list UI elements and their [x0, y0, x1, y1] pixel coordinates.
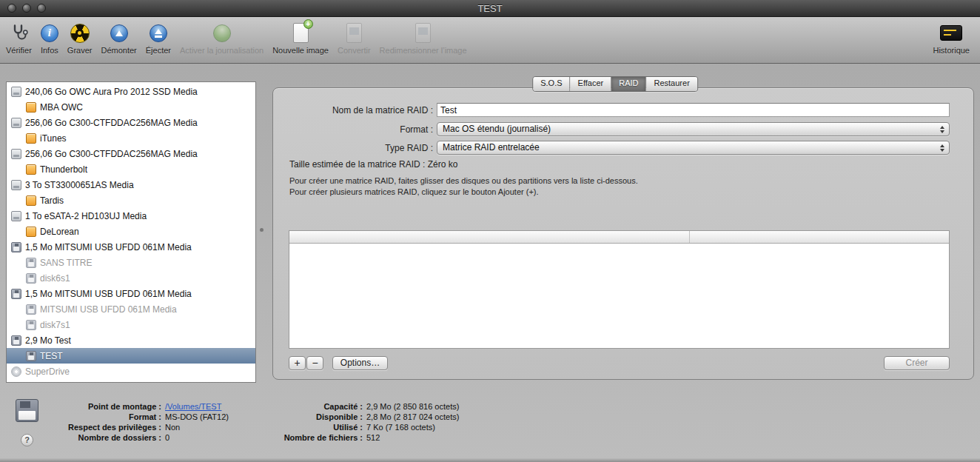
close-button[interactable]: [7, 4, 16, 13]
sidebar-item-label: DeLorean: [40, 227, 79, 237]
sidebar-item-label: 1,5 Mo MITSUMI USB UFDD 061M Media: [25, 242, 192, 252]
raid-list-header: [289, 231, 949, 244]
tab-sos[interactable]: S.O.S: [533, 77, 570, 91]
internal-disk-icon: [11, 87, 21, 97]
zoom-button[interactable]: [37, 4, 46, 13]
sidebar-item-floppy-disk[interactable]: 1,5 Mo MITSUMI USB UFDD 061M Media: [7, 286, 255, 301]
raid-name-input[interactable]: [437, 103, 950, 117]
journaling-icon: [213, 24, 231, 42]
toolbar-label: Graver: [67, 46, 93, 55]
sidebar-item-test-selected[interactable]: TEST: [7, 348, 255, 364]
raid-name-label: Nom de la matrice RAID :: [273, 104, 433, 117]
sidebar-item-label: 240,06 Go OWC Aura Pro 2012 SSD Media: [25, 87, 198, 97]
info-value: 0: [165, 432, 229, 443]
info-label: Point de montage :: [0, 401, 161, 412]
volume-info-right: Capacité : 2,9 Mo (2 850 816 octets) Dis…: [259, 401, 459, 443]
toolbar-label: Redimensionner l’image: [380, 46, 467, 55]
options-button[interactable]: Options…: [332, 356, 388, 370]
raid-type-popup[interactable]: Matrice RAID entrelacée: [437, 141, 950, 155]
floppy-icon: [11, 335, 21, 346]
sidebar-item-floppy-disk[interactable]: 2,9 Mo Test: [7, 332, 255, 348]
toolbar-burn-button[interactable]: Graver: [67, 21, 93, 55]
internal-disk-icon: [11, 211, 21, 221]
volume-icon: [26, 102, 36, 113]
titlebar[interactable]: TEST: [0, 0, 980, 17]
volume-info-left: Point de montage : /Volumes/TEST Format …: [0, 401, 229, 443]
toolbar-info-button[interactable]: Infos: [41, 21, 58, 55]
sidebar-item-superdrive[interactable]: SuperDrive: [7, 364, 255, 379]
toolbar-label: Nouvelle image: [272, 46, 329, 55]
toolbar-log-button[interactable]: Historique: [933, 21, 970, 55]
toolbar-label: Activer la journalisation: [180, 46, 264, 55]
sidebar-item-label: iTunes: [40, 133, 67, 144]
resize-image-icon: [415, 23, 431, 43]
create-button[interactable]: Créer: [884, 356, 950, 370]
sidebar-item-label: 2,9 Mo Test: [25, 335, 71, 346]
sidebar-item-volume[interactable]: disk6s1: [7, 270, 255, 286]
sidebar-item-label: SANS TITRE: [40, 258, 92, 268]
sidebar-item-label: MITSUMI USB UFDD 061M Media: [40, 304, 177, 315]
info-label: Disponible :: [259, 412, 363, 422]
sidebar-item-label: 256,06 Go C300-CTFDDAC256MAG Media: [25, 118, 198, 128]
sidebar-item-disk[interactable]: 256,06 Go C300-CTFDDAC256MAG Media: [7, 115, 255, 130]
sidebar-item-volume[interactable]: SANS TITRE: [7, 255, 255, 270]
sidebar-item-volume[interactable]: DeLorean: [7, 224, 255, 239]
sidebar-item-label: SuperDrive: [25, 366, 70, 377]
volume-icon: [26, 227, 36, 237]
device-sidebar: 240,06 Go OWC Aura Pro 2012 SSD Media MB…: [6, 81, 256, 383]
raid-help-line-2: Pour créer plusieurs matrices RAID, cliq…: [289, 187, 638, 198]
toolbar-unmount-button[interactable]: Démonter: [101, 21, 136, 55]
raid-list-column-header: [690, 231, 949, 243]
info-label: Respect des privilèges :: [0, 422, 161, 432]
remove-disk-button[interactable]: −: [306, 356, 323, 370]
sidebar-item-volume[interactable]: disk7s1: [7, 317, 255, 332]
info-label: Utilisé :: [259, 422, 363, 432]
toolbar-eject-button[interactable]: Éjecter: [146, 21, 171, 55]
sidebar-item-volume[interactable]: Thunderbolt: [7, 161, 255, 177]
sidebar-item-volume[interactable]: Tardis: [7, 192, 255, 208]
sidebar-item-volume[interactable]: MITSUMI USB UFDD 061M Media: [7, 301, 255, 317]
sidebar-item-disk[interactable]: 256,06 Go C300-CTFDDAC256MAG Media: [7, 146, 255, 161]
sidebar-item-floppy-disk[interactable]: 1,5 Mo MITSUMI USB UFDD 061M Media: [7, 239, 255, 255]
info-icon: [41, 24, 58, 42]
minimize-button[interactable]: [22, 4, 31, 13]
floppy-icon: [26, 320, 36, 330]
floppy-icon: [26, 351, 36, 361]
floppy-icon: [11, 242, 21, 252]
disk-utility-window: TEST Vérifier Infos Graver Démonter: [0, 0, 980, 462]
add-disk-button[interactable]: +: [289, 356, 306, 370]
sidebar-item-label: 1 To eSATA-2 HD103UJ Media: [25, 211, 147, 221]
format-popup[interactable]: Mac OS étendu (journalisé): [437, 122, 950, 136]
sidebar-item-label: 256,06 Go C300-CTFDDAC256MAG Media: [25, 149, 198, 159]
estimated-size-label: Taille estimée de la matrice RAID :: [289, 159, 425, 170]
sidebar-item-label: 1,5 Mo MITSUMI USB UFDD 061M Media: [25, 289, 192, 299]
toolbar-label: Vérifier: [6, 46, 32, 55]
raid-disk-list[interactable]: [289, 230, 950, 349]
first-aid-icon: [9, 21, 28, 45]
raid-type-label: Type RAID :: [273, 142, 433, 155]
internal-disk-icon: [11, 118, 21, 128]
sidebar-item-disk[interactable]: 240,06 Go OWC Aura Pro 2012 SSD Media: [7, 84, 255, 99]
toolbar: Vérifier Infos Graver Démonter Éjecter A…: [0, 17, 980, 64]
window-bottom-edge: [0, 458, 980, 462]
log-icon: [940, 25, 962, 41]
volume-icon: [26, 133, 36, 144]
splitter-handle[interactable]: [260, 228, 264, 232]
estimated-size-value: Zéro ko: [428, 159, 458, 170]
sidebar-item-volume[interactable]: MBA OWC: [7, 99, 255, 115]
eject-icon: [150, 24, 167, 42]
toolbar-label: Convertir: [338, 46, 371, 55]
mount-point-link[interactable]: /Volumes/TEST: [165, 401, 229, 412]
sidebar-item-disk[interactable]: 1 To eSATA-2 HD103UJ Media: [7, 208, 255, 224]
toolbar-new-image-button[interactable]: Nouvelle image: [272, 21, 329, 55]
tab-raid[interactable]: RAID: [611, 77, 646, 91]
sidebar-item-volume[interactable]: iTunes: [7, 130, 255, 146]
sidebar-item-label: disk7s1: [40, 320, 70, 330]
new-image-icon: [293, 23, 309, 43]
sidebar-item-disk[interactable]: 3 To ST33000651AS Media: [7, 177, 255, 192]
toolbar-verify-button[interactable]: Vérifier: [6, 21, 32, 55]
toolbar-label: Infos: [41, 46, 58, 55]
sidebar-item-label: disk6s1: [40, 273, 70, 284]
tab-effacer[interactable]: Effacer: [571, 77, 612, 91]
tab-restaurer[interactable]: Restaurer: [646, 77, 697, 91]
